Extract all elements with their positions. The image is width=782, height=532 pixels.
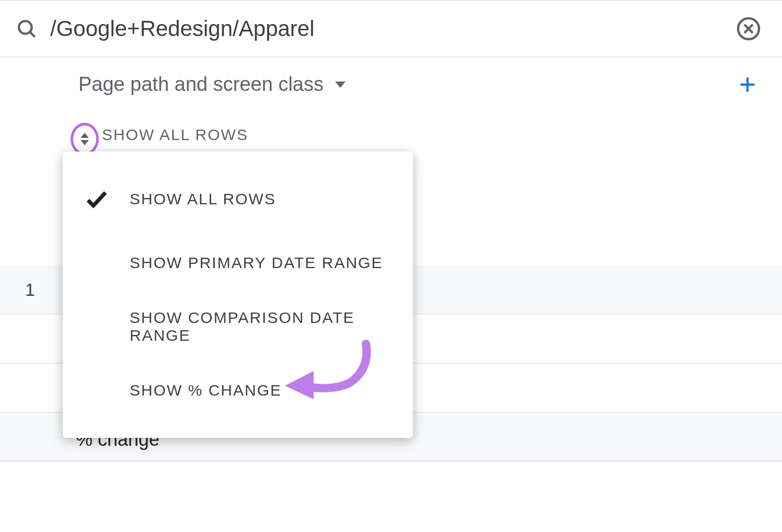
clear-search-button[interactable] <box>736 16 761 41</box>
chevron-down-icon <box>80 140 89 145</box>
dimension-row: Page path and screen class <box>0 57 782 108</box>
menu-item-show-percent-change[interactable]: SHOW % CHANGE <box>63 358 413 422</box>
row-selector-area: SHOW ALL ROWS <box>0 108 782 144</box>
row-index: 1 <box>25 280 35 300</box>
row-display-toggle[interactable] <box>71 123 99 155</box>
row-selector-label: SHOW ALL ROWS <box>102 126 248 143</box>
menu-item-show-primary-date-range[interactable]: SHOW PRIMARY DATE RANGE <box>63 231 413 295</box>
chevron-up-icon <box>80 133 89 138</box>
check-icon <box>84 186 110 212</box>
menu-item-label: SHOW ALL ROWS <box>130 190 276 208</box>
search-bar <box>0 0 782 57</box>
svg-line-1 <box>30 32 35 37</box>
dimension-dropdown[interactable]: Page path and screen class <box>78 73 346 96</box>
chevron-down-icon <box>335 82 346 88</box>
menu-item-label: SHOW PRIMARY DATE RANGE <box>130 254 383 272</box>
divider <box>0 460 782 461</box>
menu-item-show-all-rows[interactable]: SHOW ALL ROWS <box>63 167 413 231</box>
row-display-dropdown-menu: SHOW ALL ROWS SHOW PRIMARY DATE RANGE SH… <box>63 152 413 438</box>
search-input[interactable] <box>50 16 736 41</box>
search-icon <box>16 18 38 40</box>
add-dimension-button[interactable] <box>738 75 757 94</box>
dimension-label: Page path and screen class <box>78 73 324 96</box>
svg-point-0 <box>19 21 32 34</box>
menu-item-show-comparison-date-range[interactable]: SHOW COMPARISON DATE RANGE <box>63 295 413 358</box>
menu-item-label: SHOW COMPARISON DATE RANGE <box>130 309 392 344</box>
menu-item-label: SHOW % CHANGE <box>130 381 282 399</box>
